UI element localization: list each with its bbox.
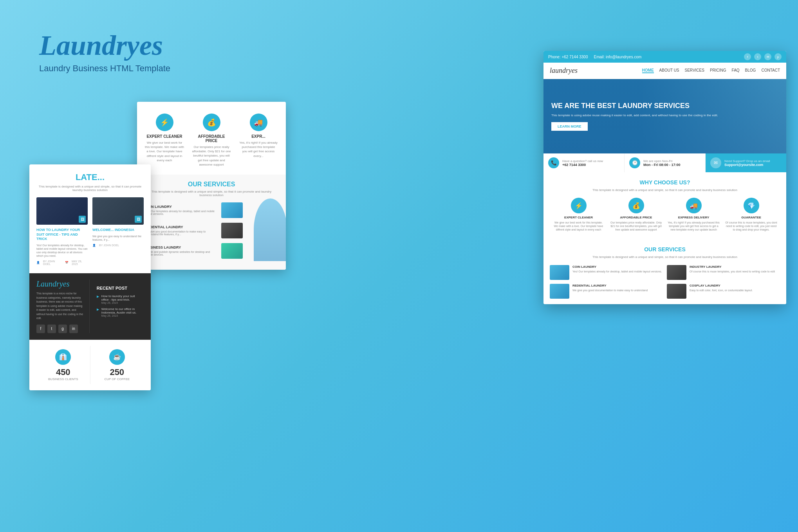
service-coin-laundry: COIN LAUNDRY Yes! Our templates already … <box>550 265 663 280</box>
twitter-icon[interactable]: t <box>754 53 761 60</box>
service-industry: INDUSTRY LAUNDRY Of course this is muse … <box>667 265 780 280</box>
service-coin-name: COIN LAUNDRY <box>572 265 662 269</box>
author-icon-2: 👤 <box>92 244 96 247</box>
feature-price: 💰 AFFORDABLE PRICE Our templates price r… <box>607 198 665 231</box>
brand-section: Laundryes Laundry Business HTML Template <box>39 31 170 74</box>
contact-hours-label: We are open Non-Fri <box>643 159 681 163</box>
middle-features: ⚡ EXPERT CLEANER We give our best work f… <box>137 102 286 175</box>
service-redential-name: REDENTIAL LAUNDRY <box>572 284 648 287</box>
service-coin-desc: Yes! Our templates already for desktop, … <box>572 270 662 273</box>
blog-posts: 🖼 HOW TO LAUNDRY YOUR SUIT OFFICE - TIPS… <box>36 197 144 265</box>
middle-services: OUR SERVICES This template is designed w… <box>137 175 286 270</box>
stat-clients: 👔 450 Business Clients <box>36 346 90 384</box>
blog-date-1: MAY 29, 2015 <box>72 260 88 265</box>
blog-section: LATE... This template is designed with a… <box>29 164 151 273</box>
contact-email-info: Need Support? Drop us an email Support@y… <box>724 159 770 167</box>
footer-brand-col: Laundryes This template is a micro niche… <box>36 280 85 333</box>
email-icon[interactable]: ✉ <box>764 53 771 60</box>
ms-coin-name: COIN LAUNDRY <box>145 205 217 209</box>
nav-links: HOME ABOUT US SERVICES PRICING FAQ BLOG … <box>642 68 780 73</box>
blog-post-2: 🖼 WELCOME... INDONESIA We give you goo e… <box>92 197 144 265</box>
footer-facebook-icon[interactable]: f <box>36 325 45 333</box>
blog-subtitle: This template is designed with a unique … <box>36 185 144 192</box>
contact-phone-label: Have a question? call us now <box>562 159 603 163</box>
feature-expert-name: EXPERT CLEANER <box>552 216 605 219</box>
clients-icon: 👔 <box>55 349 71 365</box>
left-panel: LATE... This template is designed with a… <box>29 164 151 390</box>
service-redential-content: REDENTIAL LAUNDRY We give you good docum… <box>572 284 648 292</box>
services-grid: COIN LAUNDRY Yes! Our templates already … <box>550 265 780 299</box>
our-services-section: OUR SERVICES This template is designed w… <box>543 241 786 304</box>
services-title: OUR SERVICES <box>550 246 780 252</box>
delivery-icon: 🚚 <box>686 198 702 213</box>
service-coin-content: COIN LAUNDRY Yes! Our templates already … <box>572 265 662 273</box>
price-icon: 💰 <box>628 198 644 213</box>
feature-price-desc: Our templates price really affordable. O… <box>610 221 663 231</box>
footer-linkedin-icon[interactable]: in <box>69 325 78 333</box>
recent-arrow-2: ▶ <box>97 308 99 311</box>
service-coin-thumb <box>550 265 569 280</box>
ms-coin-thumb <box>221 202 243 218</box>
mid-feature-price: 💰 AFFORDABLE PRICE Our templates price r… <box>192 114 231 167</box>
mid-expr-name: EXPR... <box>239 134 278 139</box>
blog-post-1: 🖼 HOW TO LAUNDRY YOUR SUIT OFFICE - TIPS… <box>36 197 88 265</box>
ms-coin-desc: Yes! Our templates already for desktop, … <box>145 210 217 215</box>
services-subtitle: This template is designed with a unique … <box>550 255 780 259</box>
topbar-left: Phone: +62 7144 3300 Email: info@laundry… <box>548 55 641 59</box>
service-cosplay-content: COSPLAY LAUNDRY Easy to edit color, font… <box>690 284 753 292</box>
mid-expert-name: EXPERT CLEANER <box>145 134 184 139</box>
features-row: ⚡ EXPERT CLEANER We give our best work f… <box>550 198 780 231</box>
feature-guarantee-desc: Of course this is muse templates, you do… <box>725 221 778 231</box>
service-industry-name: INDUSTRY LAUNDRY <box>690 265 775 269</box>
hero-title: WE ARE THE BEST LAUNDRY SERVICES <box>551 102 778 110</box>
blog-post-desc-2: We give you goo easy to understand the f… <box>92 234 144 242</box>
footer-social: f t g in <box>36 325 85 333</box>
blog-thumb-1: 🖼 <box>36 197 88 225</box>
feature-guarantee: 💎 GUARANTEE Of course this is muse templ… <box>722 198 780 231</box>
feature-guarantee-name: GUARANTEE <box>725 216 778 219</box>
contact-phone: 📞 Have a question? call us now +62 7144 … <box>543 153 625 172</box>
blog-thumb-2: 🖼 <box>92 197 144 225</box>
topbar-right: f t ✉ p <box>744 53 782 60</box>
nav-blog[interactable]: BLOG <box>745 68 756 73</box>
footer-google-icon[interactable]: g <box>58 325 67 333</box>
stat-coffee-number: 250 <box>94 367 141 377</box>
mid-expert-desc: We give our best work for this template.… <box>145 141 184 162</box>
blog-thumb-icon-1: 🖼 <box>79 216 86 223</box>
nav-services[interactable]: SERVICES <box>685 68 704 73</box>
learn-more-button[interactable]: LEARN MORE <box>551 122 588 131</box>
footer-logo: Laundryes <box>36 280 85 289</box>
ms-business-thumb <box>221 243 243 259</box>
hero-subtitle: This template is using adobe muse making… <box>551 113 778 117</box>
nav-pricing[interactable]: PRICING <box>710 68 726 73</box>
facebook-icon[interactable]: f <box>744 53 751 60</box>
nav-contact[interactable]: CONTACT <box>761 68 780 73</box>
email-label: Email: info@laundryes.com <box>594 55 641 59</box>
mid-price-icon: 💰 <box>203 114 220 131</box>
service-redential: REDENTIAL LAUNDRY We give you good docum… <box>550 284 663 299</box>
feature-delivery-name: EXPRESS DELIVERY <box>667 216 720 219</box>
footer-twitter-icon[interactable]: t <box>47 325 56 333</box>
contact-strip: 📞 Have a question? call us now +62 7144 … <box>543 153 786 172</box>
nav-logo: laundryes <box>550 67 578 75</box>
recent-link-1: How to laundry your suit office - tips a… <box>101 294 137 301</box>
why-subtitle: This template is designed with a unique … <box>550 188 780 192</box>
blog-post-meta-2: 👤 BY JOHN DOEL <box>92 244 144 247</box>
feature-delivery: 🚚 EXPRESS DELIVERY Yes, it's right! If y… <box>665 198 722 231</box>
blog-date-icon-1: 📅 <box>65 261 69 264</box>
contact-hours-value: Mon - Fri 08:00 - 17:00 <box>643 163 681 167</box>
nav-home[interactable]: HOME <box>642 68 654 73</box>
service-redential-thumb <box>550 284 569 299</box>
recent-post-title: RECENT POST <box>97 286 137 290</box>
pinterest-icon[interactable]: p <box>775 53 782 60</box>
nav-about[interactable]: ABOUT US <box>659 68 679 73</box>
ms-business-name: BUSINESS LAUNDRY <box>145 245 217 249</box>
recent-post-col: RECENT POST ▶ How to laundry your suit o… <box>89 280 144 333</box>
blog-post-title-2: WELCOME... INDONESIA <box>92 228 144 233</box>
hero-section: WE ARE THE BEST LAUNDRY SERVICES This te… <box>543 79 786 153</box>
nav-faq[interactable]: FAQ <box>732 68 740 73</box>
blog-title: LATE... <box>36 172 144 182</box>
nav-bar: laundryes HOME ABOUT US SERVICES PRICING… <box>543 63 786 79</box>
blog-author-2: BY JOHN DOEL <box>99 244 119 247</box>
phone-label: Phone: +62 7144 3300 <box>548 55 588 59</box>
